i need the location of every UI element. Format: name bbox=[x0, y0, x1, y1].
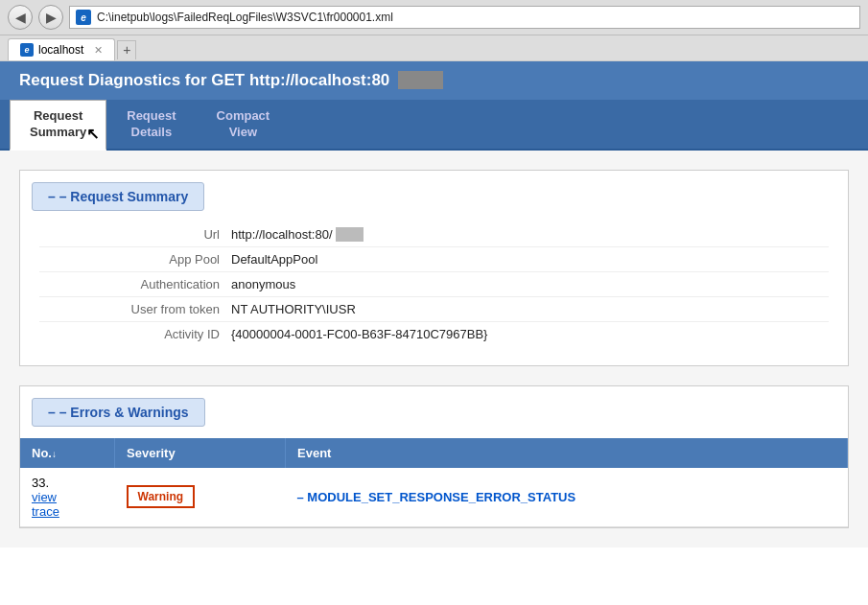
page-title-text: Request Diagnostics for GET http://local… bbox=[19, 71, 389, 89]
summary-row-url: Url http://localhost:80/ bbox=[39, 222, 829, 247]
content-area: – – Request Summary Url http://localhost… bbox=[0, 151, 868, 547]
event-text: – MODULE_SET_RESPONSE_ERROR_STATUS bbox=[297, 490, 576, 504]
errors-warnings-toggle[interactable]: – – Errors & Warnings bbox=[32, 398, 205, 427]
col-severity: Severity bbox=[115, 438, 286, 468]
summary-row-auth: Authentication anonymous bbox=[39, 272, 829, 297]
apppool-value: DefaultAppPool bbox=[231, 252, 317, 267]
address-bar[interactable]: e C:\inetpub\logs\FailedReqLogFiles\W3SV… bbox=[69, 6, 860, 29]
sort-arrow: ↓ bbox=[52, 449, 57, 459]
page-title-hidden bbox=[398, 71, 443, 89]
errors-warnings-header: – – Errors & Warnings bbox=[32, 398, 205, 427]
tab-request-details[interactable]: RequestDetails bbox=[106, 100, 196, 149]
summary-row-user: User from token NT AUTHORITY\IUSR bbox=[39, 297, 829, 322]
url-value: http://localhost:80/ bbox=[231, 227, 364, 242]
warning-badge: Warning bbox=[127, 485, 196, 508]
summary-row-activityid: Activity ID {40000004-0001-FC00-B63F-847… bbox=[39, 322, 829, 346]
row-event: – MODULE_SET_RESPONSE_ERROR_STATUS bbox=[286, 468, 848, 527]
url-hidden bbox=[336, 227, 364, 242]
row-no-number: 33. bbox=[32, 476, 104, 490]
user-label: User from token bbox=[39, 302, 231, 316]
page-header: Request Diagnostics for GET http://local… bbox=[0, 61, 868, 100]
browser-chrome: ◀ ▶ e C:\inetpub\logs\FailedReqLogFiles\… bbox=[0, 0, 868, 61]
back-button[interactable]: ◀ bbox=[8, 5, 33, 30]
request-summary-header: – – Request Summary bbox=[32, 182, 204, 211]
user-value: NT AUTHORITY\IUSR bbox=[231, 302, 356, 316]
page-content: Request Diagnostics for GET http://local… bbox=[0, 61, 868, 547]
row-no: 33. viewtrace bbox=[20, 468, 115, 527]
address-text: C:\inetpub\logs\FailedReqLogFiles\W3SVC1… bbox=[97, 11, 393, 24]
col-event: Event bbox=[286, 438, 848, 468]
errors-minus-icon: – bbox=[48, 405, 56, 420]
nav-bar: ◀ ▶ e C:\inetpub\logs\FailedReqLogFiles\… bbox=[0, 0, 868, 35]
errors-warnings-label: – Errors & Warnings bbox=[59, 405, 189, 420]
auth-value: anonymous bbox=[231, 277, 295, 291]
browser-tab-label: localhost bbox=[38, 43, 83, 57]
browser-tab-close[interactable]: ✕ bbox=[94, 44, 103, 57]
forward-button[interactable]: ▶ bbox=[38, 5, 63, 30]
ie-icon: e bbox=[76, 10, 91, 25]
activityid-label: Activity ID bbox=[39, 327, 231, 341]
summary-table: Url http://localhost:80/ App Pool Defaul… bbox=[20, 222, 848, 365]
browser-tab-localhost[interactable]: e localhost ✕ bbox=[8, 38, 115, 60]
activityid-value: {40000004-0001-FC00-B63F-84710C7967BB} bbox=[231, 327, 487, 341]
browser-tab-ie-icon: e bbox=[20, 43, 34, 57]
errors-warnings-section: – – Errors & Warnings No.↓ Severity Even… bbox=[19, 385, 849, 528]
apppool-label: App Pool bbox=[39, 252, 231, 267]
tab-compact-view[interactable]: CompactView bbox=[197, 100, 291, 149]
table-header-row: No.↓ Severity Event bbox=[20, 438, 848, 468]
view-trace-link[interactable]: viewtrace bbox=[32, 490, 59, 519]
tabs-bar: RequestSummary RequestDetails CompactVie… bbox=[0, 100, 868, 151]
request-summary-label: – Request Summary bbox=[59, 189, 189, 204]
minus-icon: – bbox=[48, 189, 56, 204]
tab-request-summary[interactable]: RequestSummary bbox=[10, 100, 106, 151]
auth-label: Authentication bbox=[39, 277, 231, 291]
request-summary-toggle[interactable]: – – Request Summary bbox=[32, 182, 204, 211]
new-tab-button[interactable]: + bbox=[117, 40, 136, 59]
row-severity: Warning bbox=[115, 468, 286, 527]
browser-tab-bar: e localhost ✕ + bbox=[0, 35, 868, 60]
summary-row-apppool: App Pool DefaultAppPool bbox=[39, 247, 829, 272]
request-summary-section: – – Request Summary Url http://localhost… bbox=[19, 170, 849, 366]
table-row: 33. viewtrace Warning – MODULE_SET_RESPO… bbox=[20, 468, 848, 527]
col-no: No.↓ bbox=[20, 438, 115, 468]
page-title: Request Diagnostics for GET http://local… bbox=[19, 71, 849, 90]
errors-table: No.↓ Severity Event 33. viewtrace Warnin… bbox=[20, 438, 848, 527]
url-label: Url bbox=[39, 227, 231, 242]
